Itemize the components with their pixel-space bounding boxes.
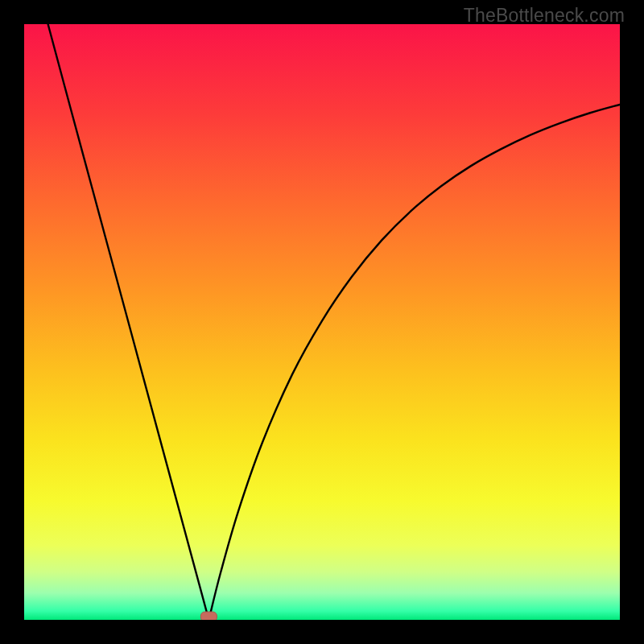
minimum-marker [200, 612, 217, 620]
chart-frame: TheBottleneck.com [0, 0, 644, 644]
watermark-label: TheBottleneck.com [464, 5, 625, 27]
plot-svg [24, 24, 620, 620]
plot-area [24, 24, 620, 620]
